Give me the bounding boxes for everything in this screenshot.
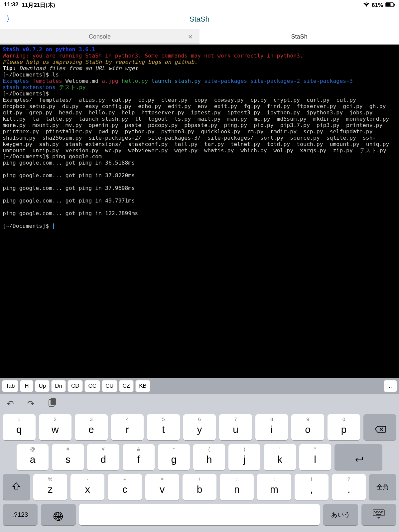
key-,[interactable]: !,	[295, 474, 329, 500]
key-numbers[interactable]: .?123	[3, 504, 38, 525]
key-sublabel: ¥	[102, 446, 104, 452]
back-chevron-icon[interactable]: 〉	[5, 12, 15, 26]
key-dn[interactable]: Dn	[51, 380, 66, 392]
key-f[interactable]: &f	[123, 444, 155, 470]
wifi-icon	[363, 2, 370, 9]
key-label: c	[122, 484, 127, 495]
key-tab[interactable]: Tab	[2, 380, 18, 392]
key-label: g	[171, 454, 177, 465]
key-t[interactable]: 5t	[147, 414, 180, 440]
key-x[interactable]: -x	[70, 474, 104, 500]
key-g[interactable]: *g	[158, 444, 190, 470]
key-v[interactable]: =v	[145, 474, 179, 500]
key-enter[interactable]	[334, 444, 382, 470]
key-sublabel: 2	[54, 416, 57, 422]
key-label: d	[100, 454, 106, 465]
status-time: 11:32	[4, 1, 18, 9]
tab-console[interactable]: Console ✕	[0, 29, 200, 44]
keyboard-toolbar: ↶ ↷	[0, 394, 399, 414]
key-label: j	[243, 454, 246, 465]
key-e[interactable]: 3e	[75, 414, 108, 440]
key-s[interactable]: #s	[52, 444, 84, 470]
term-warning: Warning: you are running StaSh in python…	[3, 53, 303, 59]
svg-rect-14	[378, 512, 379, 513]
key-k[interactable]: 'k	[264, 444, 296, 470]
key-z[interactable]: %z	[33, 474, 67, 500]
close-icon[interactable]: ✕	[188, 33, 193, 41]
kb-row-1: 1q2w3e4r5t6y7u8i9o0p	[3, 414, 396, 440]
keyboard-hide-icon	[372, 509, 385, 520]
key-space[interactable]	[79, 504, 320, 525]
shift-icon	[12, 482, 21, 493]
key-p[interactable]: 0p	[328, 414, 360, 440]
term-help: Please help us improving StaSh by report…	[3, 59, 198, 65]
key-up[interactable]: Up	[35, 380, 50, 392]
undo-icon[interactable]: ↶	[7, 399, 14, 409]
key-label: e	[88, 424, 94, 435]
key-.[interactable]: ?.	[332, 474, 366, 500]
key-label: t	[162, 424, 165, 435]
key-sublabel: 0	[342, 416, 345, 422]
key-aiu[interactable]: あいう	[323, 504, 358, 525]
key-kb[interactable]: KB	[135, 380, 150, 392]
key-a[interactable]: @a	[17, 444, 49, 470]
key-r[interactable]: 4r	[111, 414, 144, 440]
ls-launch: launch_stash.py	[151, 78, 204, 84]
svg-rect-10	[381, 511, 382, 512]
key-cu[interactable]: CU	[102, 380, 117, 392]
kb-row-4: .?123 🌐︎ あいう	[3, 504, 396, 525]
key-label: v	[160, 484, 165, 495]
key-c[interactable]: +c	[108, 474, 142, 500]
enter-icon	[353, 454, 364, 465]
term-tip: Download files from an URL with wget	[16, 65, 138, 71]
key-sublabel: =	[161, 476, 164, 482]
key-n[interactable]: ;n	[220, 474, 254, 500]
key-b[interactable]: /b	[183, 474, 216, 500]
key-shift[interactable]	[3, 474, 30, 500]
terminal[interactable]: StaSh v0.7.2 on python 3.6.1 Warning: yo…	[0, 45, 399, 378]
key-hide-keyboard[interactable]	[361, 504, 396, 525]
key-sublabel: -	[87, 476, 88, 482]
term-tip-label: Tip:	[3, 65, 16, 71]
key-sublabel: 9	[306, 416, 309, 422]
key-sublabel: :	[273, 476, 275, 482]
key-w[interactable]: 2w	[39, 414, 72, 440]
ls-test: テスト.py	[59, 84, 86, 90]
key-globe[interactable]: 🌐︎	[41, 504, 76, 525]
key-cz[interactable]: CZ	[119, 380, 134, 392]
key-more[interactable]: ..	[384, 380, 397, 392]
key-l[interactable]: "l	[299, 444, 331, 470]
redo-icon[interactable]: ↷	[27, 399, 35, 409]
svg-rect-2	[394, 4, 395, 6]
key-zenkaku[interactable]: 全角	[369, 474, 396, 500]
key-i[interactable]: 8i	[255, 414, 288, 440]
tab-bar: Console ✕ StaSh	[0, 29, 399, 45]
svg-rect-11	[382, 511, 383, 512]
key-q[interactable]: 1q	[3, 414, 36, 440]
key-cd[interactable]: CD	[67, 380, 83, 392]
key-j[interactable]: )j	[228, 444, 260, 470]
tab-stash[interactable]: StaSh	[200, 29, 399, 44]
key-sublabel: 8	[270, 416, 273, 422]
key-d[interactable]: ¥d	[87, 444, 119, 470]
ping-line: ping google.com... got ping in 37.9698ms	[3, 185, 135, 191]
clipboard-icon[interactable]	[48, 398, 57, 410]
key-y[interactable]: 6y	[183, 414, 216, 440]
key-cc[interactable]: CC	[84, 380, 100, 392]
key-h[interactable]: H	[20, 380, 33, 392]
key-sublabel: &	[137, 446, 140, 452]
key-m[interactable]: :m	[257, 474, 291, 500]
svg-rect-17	[376, 514, 381, 515]
key-sublabel: )	[244, 446, 245, 452]
ping-line: ping google.com... got ping in 122.2899m…	[3, 210, 138, 216]
key-label: k	[277, 454, 282, 465]
key-label: i	[271, 424, 273, 435]
ls-hello: hello.py	[122, 78, 151, 84]
key-backspace[interactable]	[363, 414, 396, 440]
tab-console-label: Console	[89, 33, 111, 40]
term-prompt: [~/Documents]$	[3, 71, 52, 78]
key-label: x	[85, 484, 90, 495]
key-o[interactable]: 9o	[291, 414, 324, 440]
key-u[interactable]: 7u	[219, 414, 252, 440]
key-h[interactable]: (h	[193, 444, 225, 470]
